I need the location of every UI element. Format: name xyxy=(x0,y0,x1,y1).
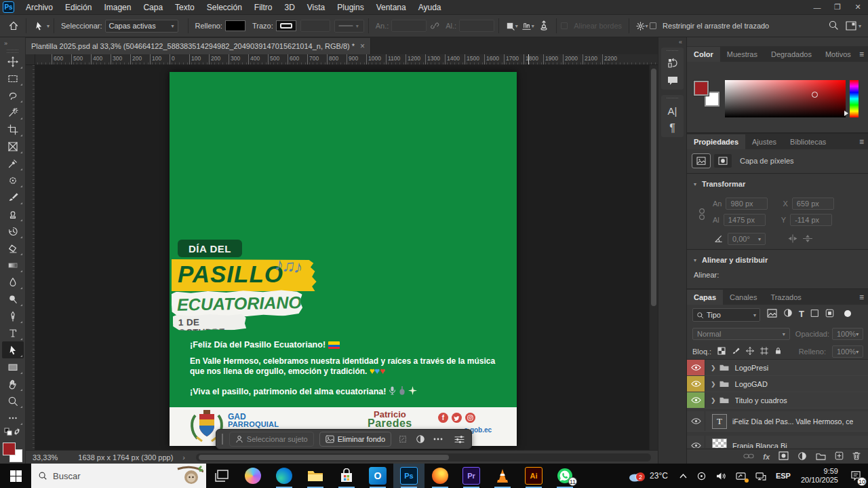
taskbar-clock[interactable]: 9:59 20/10/2025 xyxy=(795,467,844,485)
filter-adjustment-layers-icon[interactable] xyxy=(783,308,793,319)
properties-tab-bibliotecas[interactable]: Bibliotecas xyxy=(783,134,833,149)
taskbar-app-copilot[interactable] xyxy=(237,464,269,488)
hue-slider[interactable] xyxy=(850,80,859,117)
vertical-ruler[interactable] xyxy=(26,65,35,450)
visibility-eye-icon[interactable] xyxy=(687,411,705,431)
filter-type-layers-icon[interactable]: T xyxy=(799,309,804,319)
tray-network-icon[interactable] xyxy=(751,464,771,488)
tools-collapse-icon[interactable]: » xyxy=(0,37,25,50)
layers-menu-icon[interactable]: ≡ xyxy=(859,293,868,305)
spot-healing-tool[interactable] xyxy=(2,172,24,189)
status-flyout-icon[interactable]: › xyxy=(182,453,185,462)
default-colors-icon[interactable] xyxy=(4,428,12,437)
properties-tab-propiedades[interactable]: Propiedades xyxy=(687,134,745,149)
vertical-scrollbar[interactable] xyxy=(649,65,658,450)
menu-item-3d[interactable]: 3D xyxy=(278,0,300,15)
color-tab-degradados[interactable]: Degradados xyxy=(764,47,818,62)
add-mask-icon[interactable] xyxy=(778,451,789,462)
minimize-button[interactable]: — xyxy=(807,0,827,14)
pixel-layer-thumb-icon[interactable] xyxy=(692,154,710,168)
seleccionar-dropdown[interactable]: Capas activas ▾ xyxy=(105,20,178,33)
select-subject-button[interactable]: Seleccionar sujeto xyxy=(229,432,314,447)
layer-name[interactable]: Franja Blanca Bi xyxy=(732,442,787,449)
taskbar-app-vlc[interactable] xyxy=(487,464,518,488)
remove-background-button[interactable]: Eliminar fondo xyxy=(319,432,391,447)
menu-item-capa[interactable]: Capa xyxy=(137,0,169,15)
path-selection-tool[interactable] xyxy=(2,341,24,358)
visibility-eye-icon[interactable] xyxy=(687,436,705,448)
tab-close-icon[interactable]: × xyxy=(360,41,365,51)
lock-position-icon[interactable] xyxy=(746,347,754,356)
layer-name[interactable]: LogoPresi xyxy=(735,364,769,372)
color-tab-color[interactable]: Color xyxy=(687,47,720,62)
layers-tab-capas[interactable]: Capas xyxy=(687,290,723,305)
stroke-type-dropdown[interactable]: ▾ xyxy=(334,20,364,33)
menu-item-ayuda[interactable]: Ayuda xyxy=(412,0,448,15)
restore-button[interactable]: ❐ xyxy=(827,0,848,14)
search-icon[interactable] xyxy=(828,20,839,32)
visibility-eye-icon[interactable] xyxy=(687,392,705,408)
crop-tool[interactable] xyxy=(2,121,24,138)
link-layers-icon[interactable] xyxy=(743,453,754,461)
flip-horizontal-icon[interactable] xyxy=(787,234,798,244)
layer-name[interactable]: iFeliz Día del Pas... Valle Hermoso, ce xyxy=(732,417,853,426)
dodge-tool[interactable] xyxy=(2,290,24,307)
swap-colors-icon[interactable] xyxy=(13,428,21,437)
new-adjustment-layer-icon[interactable] xyxy=(797,451,807,462)
fill-field[interactable]: 100%▾ xyxy=(832,345,863,358)
hand-tool[interactable] xyxy=(2,375,24,392)
stroke-swatch[interactable] xyxy=(276,20,296,31)
brush-tool[interactable] xyxy=(2,189,24,206)
horizontal-ruler[interactable]: 6005004003002001000100200300400500600700… xyxy=(26,54,658,65)
canvas-pasteboard[interactable]: DÍA DEL PASILLO ♪♫♪ ECUATORIANO 1 DE OCT… xyxy=(35,65,649,450)
flip-vertical-icon[interactable] xyxy=(802,234,813,244)
comments-panel-icon[interactable] xyxy=(661,72,684,90)
mask-thumb-icon[interactable] xyxy=(714,154,732,168)
lasso-tool[interactable] xyxy=(2,87,24,104)
zoom-tool[interactable] xyxy=(2,392,24,409)
expand-group-icon[interactable]: ❯ xyxy=(711,364,716,371)
gear-icon[interactable]: ▾ xyxy=(633,18,650,33)
menu-item-ventana[interactable]: Ventana xyxy=(370,0,412,15)
gradient-tool[interactable] xyxy=(2,257,24,274)
tray-chevron-icon[interactable] xyxy=(675,464,692,488)
eraser-tool[interactable] xyxy=(2,240,24,257)
more-tools-tool[interactable] xyxy=(2,409,24,426)
taskbar-app-photoshop[interactable]: Ps xyxy=(393,464,425,488)
height-field[interactable] xyxy=(459,20,494,32)
more-options-icon[interactable] xyxy=(432,432,444,447)
rectangle-shape-tool[interactable] xyxy=(2,358,24,375)
x-value-field[interactable]: 659 px xyxy=(792,198,834,210)
properties-menu-icon[interactable]: ≡ xyxy=(859,137,868,149)
document-tab[interactable]: Plantilla 2025.psd al 33,3% (504664122_5… xyxy=(26,38,371,54)
layer-row-5[interactable]: Franja Blanca Bi xyxy=(687,436,868,448)
new-group-icon[interactable] xyxy=(816,452,826,462)
foreground-color-chip[interactable] xyxy=(3,443,16,455)
filter-pixel-layers-icon[interactable] xyxy=(767,309,777,319)
layer-styles-icon[interactable]: fx xyxy=(763,453,770,461)
workspace-switcher-icon[interactable]: ▾ xyxy=(846,21,861,31)
menu-item-archivo[interactable]: Archivo xyxy=(20,0,59,15)
layer-row-4[interactable]: TiFeliz Día del Pas... Valle Hermoso, ce xyxy=(687,411,868,432)
filter-shape-layers-icon[interactable] xyxy=(810,309,819,319)
color-field[interactable] xyxy=(725,80,846,117)
visibility-eye-icon[interactable] xyxy=(687,360,705,375)
lock-transparency-icon[interactable] xyxy=(717,347,726,356)
filter-toggle[interactable] xyxy=(844,310,851,317)
lock-pixels-icon[interactable] xyxy=(732,347,740,356)
angle-field[interactable]: 0,00°▾ xyxy=(728,233,766,245)
taskbar-app-firefox[interactable] xyxy=(425,464,456,488)
weather-widget[interactable]: 2 23°C xyxy=(621,470,675,482)
taskbar-app-whatsapp[interactable]: 11 xyxy=(549,464,580,488)
menu-item-plugins[interactable]: Plugins xyxy=(331,0,370,15)
taskbar-app-outlook[interactable]: O xyxy=(362,464,393,488)
current-tool-icon[interactable] xyxy=(31,18,47,33)
document-canvas[interactable]: DÍA DEL PASILLO ♪♫♪ ECUATORIANO 1 DE OCT… xyxy=(170,72,517,446)
link-wh-icon[interactable] xyxy=(698,206,706,223)
notification-center-icon[interactable]: 10 xyxy=(844,464,868,488)
fill-swatch[interactable] xyxy=(225,20,245,31)
language-indicator[interactable]: ESP xyxy=(771,464,795,488)
taskbar-app-premiere[interactable]: Pr xyxy=(456,464,487,488)
zoom-level[interactable]: 33,33% xyxy=(33,453,58,462)
layer-row-2[interactable]: ❯LogoGAD xyxy=(687,376,868,392)
